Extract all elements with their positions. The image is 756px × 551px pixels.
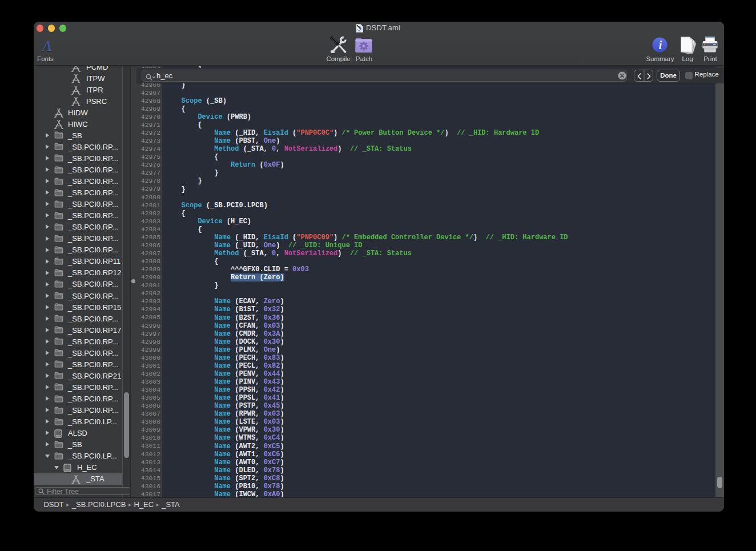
svg-text:i: i [659,38,662,51]
